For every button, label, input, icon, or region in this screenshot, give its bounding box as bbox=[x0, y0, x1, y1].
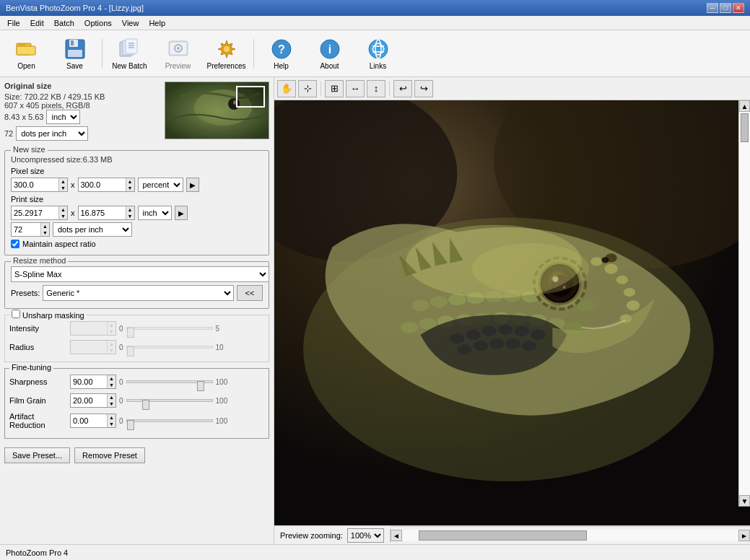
svg-point-15 bbox=[177, 47, 180, 50]
artifact-up[interactable]: ▲ bbox=[107, 414, 115, 421]
maximize-button[interactable]: □ bbox=[720, 3, 731, 13]
presets-row: Presets: Generic * Generic Photo << bbox=[11, 285, 263, 301]
menu-help[interactable]: Help bbox=[144, 18, 170, 28]
scroll-right-button[interactable]: ► bbox=[738, 530, 750, 541]
maintain-aspect-label[interactable]: Maintain aspect ratio bbox=[22, 240, 96, 248]
unsharp-label[interactable]: Unsharp masking bbox=[22, 311, 84, 320]
minimize-button[interactable]: ─ bbox=[707, 3, 718, 13]
dpi-unit-dropdown[interactable]: dots per inch dots per cm bbox=[16, 126, 88, 141]
intensity-up[interactable]: ▲ bbox=[107, 322, 115, 328]
sharpness-up[interactable]: ▲ bbox=[107, 375, 115, 382]
scroll-thumb[interactable] bbox=[741, 113, 749, 142]
intensity-slider[interactable] bbox=[126, 323, 213, 333]
svg-point-56 bbox=[498, 325, 513, 335]
artifact-down[interactable]: ▼ bbox=[107, 421, 115, 427]
intensity-down[interactable]: ▼ bbox=[107, 328, 115, 335]
pixel-height-up[interactable]: ▲ bbox=[126, 178, 134, 185]
print-width-spinner: ▲ ▼ bbox=[58, 206, 67, 219]
print-dpi-unit-dropdown[interactable]: dots per inch dots per cm bbox=[53, 222, 132, 237]
sharpness-slider[interactable] bbox=[126, 377, 213, 387]
svg-text:?: ? bbox=[278, 43, 285, 56]
sharpness-max: 100 bbox=[216, 378, 228, 386]
print-height-down[interactable]: ▼ bbox=[126, 213, 134, 219]
print-dpi-up[interactable]: ▲ bbox=[40, 223, 49, 229]
film-grain-down[interactable]: ▼ bbox=[107, 401, 115, 407]
print-unit-dropdown[interactable]: inch cm bbox=[138, 206, 172, 220]
image-area[interactable]: ▲ ▼ bbox=[274, 100, 750, 525]
crosshair-tool-button[interactable]: ⊹ bbox=[298, 80, 317, 97]
save-preset-button[interactable]: Save Preset... bbox=[4, 447, 70, 463]
film-grain-slider[interactable] bbox=[126, 395, 213, 406]
pixel-width-input[interactable]: 300.0 bbox=[12, 178, 58, 191]
presets-dropdown[interactable]: Generic * Generic Photo bbox=[43, 285, 234, 301]
sharpness-down[interactable]: ▼ bbox=[107, 382, 115, 388]
preview-button[interactable]: Preview bbox=[154, 33, 201, 74]
film-grain-up[interactable]: ▲ bbox=[107, 394, 115, 401]
radius-up[interactable]: ▲ bbox=[107, 341, 115, 347]
zoom-to-fit-button[interactable]: ⊞ bbox=[325, 80, 344, 97]
artifact-slider[interactable] bbox=[126, 416, 213, 426]
resize-method-dropdown[interactable]: S-Spline Max S-Spline Lanczos Bicubic bbox=[11, 266, 269, 282]
remove-preset-button[interactable]: Remove Preset bbox=[74, 447, 145, 463]
unsharp-checkbox[interactable] bbox=[12, 310, 20, 318]
rotate-left-button[interactable]: ↩ bbox=[393, 80, 412, 97]
artifact-input[interactable]: 0.00 bbox=[71, 414, 107, 427]
print-more-button[interactable]: ▶ bbox=[175, 206, 188, 220]
print-height-up[interactable]: ▲ bbox=[126, 206, 134, 213]
pixel-width-up[interactable]: ▲ bbox=[58, 178, 67, 185]
menu-edit[interactable]: Edit bbox=[26, 18, 48, 28]
svg-point-21 bbox=[369, 40, 388, 58]
close-button[interactable]: ✕ bbox=[733, 3, 744, 13]
save-button[interactable]: Save bbox=[51, 33, 98, 74]
sharpness-input[interactable]: 90.00 bbox=[71, 375, 107, 388]
radius-down[interactable]: ▼ bbox=[107, 347, 115, 354]
size-unit-dropdown[interactable]: inch cm mm bbox=[46, 110, 80, 124]
print-dpi-down[interactable]: ▼ bbox=[40, 229, 49, 236]
open-button[interactable]: Open bbox=[3, 33, 50, 74]
scroll-track bbox=[739, 112, 750, 495]
h-scroll-thumb[interactable] bbox=[419, 530, 587, 541]
links-button[interactable]: Links bbox=[354, 33, 401, 74]
radius-min: 0 bbox=[119, 344, 123, 351]
presets-collapse-button[interactable]: << bbox=[237, 285, 263, 301]
zoom-dropdown[interactable]: 100% 50% 200% Fit bbox=[347, 528, 384, 543]
print-height-input[interactable]: 16.875 bbox=[79, 206, 126, 219]
scroll-up-button[interactable]: ▲ bbox=[739, 100, 750, 112]
intensity-input[interactable] bbox=[71, 322, 107, 335]
scroll-down-button[interactable]: ▼ bbox=[739, 495, 750, 507]
window-controls: ─ □ ✕ bbox=[707, 3, 744, 13]
rotate-right-button[interactable]: ↪ bbox=[414, 80, 433, 97]
svg-point-73 bbox=[590, 257, 602, 266]
intensity-max: 5 bbox=[216, 325, 220, 333]
menu-options[interactable]: Options bbox=[80, 18, 116, 28]
svg-point-43 bbox=[401, 322, 418, 333]
pixel-unit-dropdown[interactable]: percent pixels bbox=[138, 178, 183, 192]
radius-spinner: ▲ ▼ bbox=[107, 341, 115, 354]
pixel-more-button[interactable]: ▶ bbox=[186, 178, 199, 192]
pixel-height-input[interactable]: 300.0 bbox=[79, 178, 126, 191]
scroll-left-button[interactable]: ◄ bbox=[391, 530, 402, 541]
about-button[interactable]: i About bbox=[306, 33, 353, 74]
pixel-width-down[interactable]: ▼ bbox=[58, 185, 67, 191]
print-width-down[interactable]: ▼ bbox=[58, 213, 67, 219]
hand-tool-button[interactable]: ✋ bbox=[277, 80, 296, 97]
new-batch-button[interactable]: New Batch bbox=[106, 33, 153, 74]
menu-batch[interactable]: Batch bbox=[50, 18, 79, 28]
flip-v-button[interactable]: ↕ bbox=[367, 80, 385, 97]
print-width-up[interactable]: ▲ bbox=[58, 206, 67, 213]
pixel-height-down[interactable]: ▼ bbox=[126, 185, 134, 191]
print-dpi-input[interactable]: 72 bbox=[12, 223, 40, 236]
print-width-input[interactable]: 25.2917 bbox=[12, 206, 58, 219]
radius-slider[interactable] bbox=[126, 342, 213, 352]
maintain-aspect-checkbox[interactable] bbox=[11, 240, 19, 248]
preferences-button[interactable]: Preferences bbox=[203, 33, 250, 74]
flip-h-button[interactable]: ↔ bbox=[346, 80, 365, 97]
menu-file[interactable]: File bbox=[3, 18, 25, 28]
preferences-icon bbox=[215, 38, 238, 61]
menu-view[interactable]: View bbox=[118, 18, 144, 28]
radius-input[interactable] bbox=[71, 341, 107, 354]
svg-point-33 bbox=[411, 299, 429, 311]
preview-icon bbox=[167, 38, 190, 61]
film-grain-input[interactable]: 20.00 bbox=[71, 394, 107, 407]
help-button[interactable]: ? Help bbox=[258, 33, 305, 74]
